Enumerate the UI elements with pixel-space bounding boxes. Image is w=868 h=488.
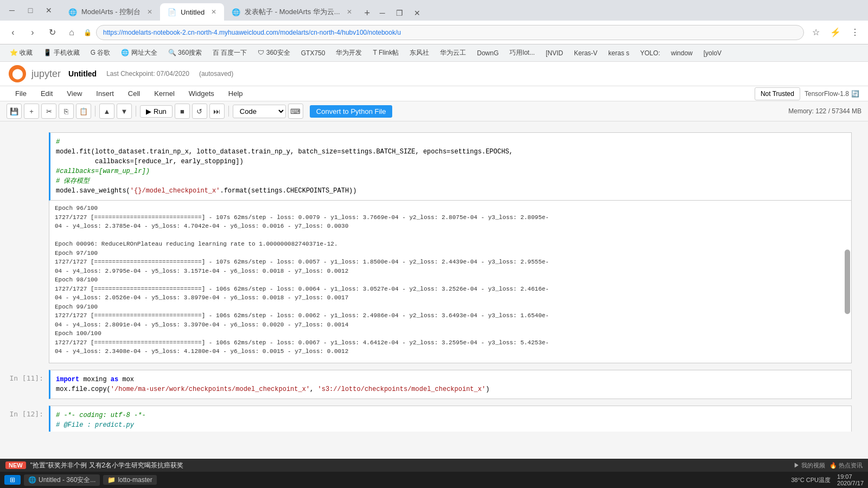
bookmark-qiaoyong[interactable]: 巧用lot... [505,47,539,59]
extension-icon[interactable]: ⚡ [828,25,843,40]
home-button[interactable]: ⌂ [64,25,79,40]
output-line-4 [55,231,846,240]
taskbar-left: ⊞ 🌐 Untitled - 360安全... 📁 lotto-master [4,474,157,486]
menu-file[interactable]: File [9,86,33,101]
start-button[interactable]: ⊞ [4,475,21,485]
restart-button[interactable]: ↺ [192,104,207,119]
menu-cell[interactable]: Cell [122,86,146,101]
bookmark-yolo[interactable]: YOLO: [636,48,665,58]
menu-bar: File Edit View Insert Cell Kernel Widget… [0,86,868,101]
bookmark-gtx[interactable]: GTX750 [297,48,330,58]
paste-button[interactable]: 📋 [76,104,91,119]
output-line-3: 04 - y4_loss: 2.3785e-04 - y5_loss: 4.70… [55,222,846,231]
bookmark-yolov[interactable]: [yoloV [699,48,726,58]
taskbar-item-untitled[interactable]: 🌐 Untitled - 360安全... [24,474,100,486]
taskbar-label-2: lotto-master [118,476,152,484]
bookmark-icon[interactable]: ☆ [808,25,824,40]
output-scrollbar[interactable] [845,249,850,314]
cell-1-output: Epoch 96/100 1727/1727 [================… [49,201,852,363]
tab-close-3-icon[interactable]: ✕ [347,8,352,16]
cell-1-code[interactable]: # model.fit(lotto_dataset.train_np_x, lo… [49,132,852,201]
restore-button[interactable]: □ [23,3,38,18]
bookmark-huaweicloud[interactable]: 华为云工 [436,47,470,59]
tab-label: ModelArts - 控制台 [81,7,141,17]
code-line-comment: # [56,137,846,147]
notebook-area: # model.fit(lotto_dataset.train_np_x, lo… [0,121,868,432]
output-line-2: 1727/1727 [=============================… [55,213,846,222]
back-button[interactable]: ‹ [5,25,21,40]
code-line-warmup: #callbacks=[warm_up_lr]) [56,166,846,176]
browser-minimize-icon[interactable]: ─ [375,5,390,21]
address-input[interactable] [96,25,804,40]
cell-2-code[interactable]: import moxing as mox mox.file.copy('/hom… [49,370,852,399]
browser-restore-icon[interactable]: ❐ [392,5,407,21]
cut-button[interactable]: ✂ [41,104,56,119]
add-cell-button[interactable]: + [24,104,39,119]
bookmark-favorites[interactable]: ⭐ 收藏 [5,47,37,59]
bookmark-baidu[interactable]: 百 百度一下 [208,47,251,59]
bookmark-nvid[interactable]: [NVID [541,48,567,58]
minimize-button[interactable]: ─ [4,3,20,18]
news-text: "抢置"获奖并非个例 又有2名小学生研究喝茶抗癌获奖 [30,461,184,470]
menu-edit[interactable]: Edit [34,86,59,101]
news-ticker: NEW "抢置"获奖并非个例 又有2名小学生研究喝茶抗癌获奖 ▶ 我的视频 🔥 … [0,459,868,472]
bookmark-downg[interactable]: DownG [473,48,503,58]
separator-1 [95,106,95,117]
notebook-title[interactable]: Untitled [68,69,97,78]
save-button[interactable]: 💾 [7,104,22,119]
output-line-11: 04 - y4_loss: 2.0526e-04 - y5_loss: 3.89… [55,293,846,303]
browser-close-icon[interactable]: ✕ [410,5,425,21]
bookmark-huawei[interactable]: 华为开发 [331,47,366,59]
bookmark-360safe[interactable]: 🛡 360安全 [253,47,294,59]
move-down-button[interactable]: ▼ [117,104,132,119]
close-button[interactable]: ✕ [41,3,56,18]
cell-type-select[interactable]: Code Markdown [233,105,286,118]
menu-view[interactable]: View [60,86,88,101]
taskbar-item-lotto[interactable]: 📁 lotto-master [103,475,156,485]
menu-widgets[interactable]: Widgets [182,86,221,101]
cell-3-code[interactable]: # -*- coding: utf-8 -*- # @File : predic… [49,406,852,432]
refresh-button[interactable]: ↻ [44,25,60,40]
keyboard-shortcut-button[interactable]: ⌨ [288,104,303,119]
move-up-button[interactable]: ▲ [99,104,114,119]
not-trusted-button[interactable]: Not Trusted [755,87,800,100]
bookmark-google[interactable]: G 谷歌 [86,47,115,59]
logo-text: ⬤ [12,68,23,80]
bookmark-window[interactable]: window [667,48,697,58]
bookmark-nav[interactable]: 🌐 网址大全 [117,47,161,59]
tab-untitled[interactable]: 📄 Untitled ✕ [160,3,224,21]
menu-insert[interactable]: Insert [90,86,120,101]
restart-run-button[interactable]: ⏭ [209,104,225,119]
bookmark-keras2[interactable]: keras s [604,48,634,58]
tab-modelarts[interactable]: 🌐 ModelArts - 控制台 ✕ [61,3,160,21]
bookmark-keras[interactable]: Keras-V [570,48,602,58]
new-tab-button[interactable]: + [360,5,375,21]
code-line-callbacks: callbacks=[reduce_lr, early_stopping]) [56,157,846,166]
menu-help[interactable]: Help [222,86,250,101]
tab-publish[interactable]: 🌐 发表帖子 - ModelArts 华为云... ✕ [224,3,360,21]
bookmark-dongfeng[interactable]: 东风社 [405,47,433,59]
menu-kernel[interactable]: Kernel [148,86,181,101]
run-icon: ▶ [146,107,151,115]
forward-button[interactable]: › [25,25,40,40]
menu-right: Not Trusted TensorFlow-1.8 🔄 [755,87,859,100]
bookmark-mobile[interactable]: 📱 手机收藏 [39,47,84,59]
jupyter-header: ⬤ jupyter Untitled Last Checkpoint: 07/0… [0,62,868,86]
address-bar: ‹ › ↻ ⌂ 🔒 ☆ ⚡ ⋮ [0,21,868,44]
bookmark-360[interactable]: 🔍 360搜索 [164,47,206,59]
stop-button[interactable]: ■ [175,104,190,119]
code-line-fit: model.fit(lotto_dataset.train_np_x, lott… [56,147,846,157]
tab-close-active-icon[interactable]: ✕ [211,8,216,16]
tab-label-3: 发表帖子 - ModelArts 华为云... [245,7,340,17]
tab-close-icon[interactable]: ✕ [147,8,152,16]
hot-icon: 🔥 热点资讯 [829,461,863,470]
jupyter-brand-label: jupyter [31,68,61,80]
menu-icon[interactable]: ⋮ [847,25,863,40]
convert-to-python-button[interactable]: Convert to Python File [310,105,393,118]
run-button[interactable]: ▶ Run [140,105,173,118]
cell2-line-2: mox.file.copy('/home/ma-user/work/checkp… [56,384,846,394]
bookmark-flink[interactable]: T Flink帖 [368,47,403,59]
output-line-13: 1727/1727 [=============================… [55,311,846,320]
news-badge: NEW [5,461,26,469]
copy-button[interactable]: ⎘ [59,104,74,119]
